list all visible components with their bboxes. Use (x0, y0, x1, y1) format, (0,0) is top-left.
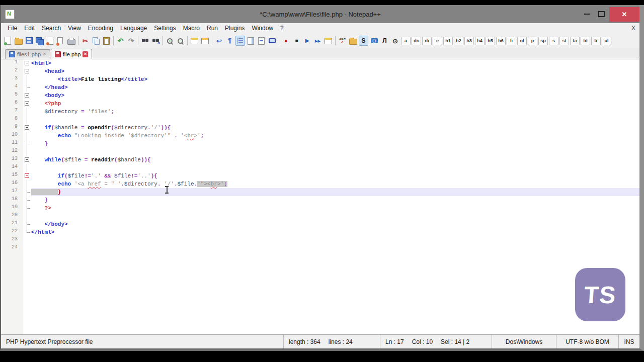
tab-file-php[interactable]: file.php ✕ (51, 49, 92, 59)
fold-collapse-marker[interactable] (23, 59, 31, 67)
code-line-18[interactable]: } (31, 196, 639, 204)
monitoring-icon[interactable] (267, 36, 277, 46)
tag-button-li[interactable]: li (507, 37, 516, 45)
code-line-4[interactable]: </head> (31, 83, 639, 92)
style-token-icon[interactable]: S (359, 36, 368, 46)
code-line-16[interactable]: echo '<a href = " '.$directory. '/'.$fil… (31, 180, 639, 188)
code-line-13[interactable]: while($file = readdir($handle)){ (31, 156, 639, 164)
close-file-icon[interactable] (45, 36, 55, 46)
fold-collapse-marker[interactable] (23, 67, 31, 75)
code-line-11[interactable]: } (31, 140, 639, 148)
word-wrap-icon[interactable]: ↩ (214, 36, 224, 46)
editor-area[interactable]: 123456789101112131415161718192021222324 … (1, 59, 639, 334)
tag-button-td[interactable]: td (581, 37, 590, 45)
fold-collapse-marker[interactable] (23, 92, 31, 100)
tag-button-h2[interactable]: h2 (454, 37, 463, 45)
menu-item-view[interactable]: View (64, 24, 85, 32)
status-encoding[interactable]: UTF-8 w/o BOM (556, 335, 618, 348)
code-line-1[interactable]: <html> (31, 59, 639, 67)
sync-vertical-icon[interactable] (190, 36, 199, 46)
paste-icon[interactable] (102, 36, 111, 46)
save-icon[interactable] (24, 36, 34, 46)
macro-play-icon[interactable]: ▶ (302, 36, 312, 46)
function-list-icon[interactable] (257, 36, 266, 46)
menu-item-window[interactable]: Window (248, 24, 277, 32)
tab-files1-php[interactable]: files1.php ✕ (5, 49, 50, 59)
status-insert-mode[interactable]: INS (618, 335, 639, 348)
tag-button-h4[interactable]: h4 (475, 37, 485, 45)
menu-item-help[interactable]: ? (277, 24, 287, 32)
code-line-23[interactable] (31, 236, 639, 244)
show-all-chars-icon[interactable]: ¶ (225, 36, 234, 46)
code-line-6[interactable]: <?php (31, 100, 639, 108)
menu-item-encoding[interactable]: Encoding (85, 24, 117, 32)
copy-icon[interactable] (91, 36, 101, 46)
menu-item-edit[interactable]: Edit (21, 24, 38, 32)
menu-item-file[interactable]: File (4, 24, 21, 32)
tag-button-ol[interactable]: ol (517, 37, 527, 45)
code-line-19[interactable]: ?> (31, 204, 639, 212)
tag-button-sp[interactable]: sp (538, 37, 548, 45)
cut-icon[interactable]: ✂ (80, 36, 90, 46)
tag-button-tr[interactable]: tr (591, 37, 601, 45)
tab-close-icon[interactable]: ✕ (83, 51, 88, 57)
save-all-icon[interactable] (35, 36, 44, 46)
macro-stop-icon[interactable]: ■ (292, 36, 301, 46)
code-line-21[interactable]: </body> (31, 220, 639, 228)
menu-item-search[interactable]: Search (38, 24, 64, 32)
print-icon[interactable] (66, 36, 76, 46)
tag-button-h5[interactable]: h5 (486, 37, 495, 45)
tag-button-e[interactable]: e (433, 37, 442, 45)
fold-collapse-marker[interactable] (23, 100, 31, 108)
menubar-close-icon[interactable]: X (631, 25, 635, 32)
tag-button-dc[interactable]: dc (412, 37, 421, 45)
macro-save-icon[interactable] (324, 36, 333, 46)
spell-check-icon[interactable]: ABC✓ (338, 36, 347, 46)
tag-button-h1[interactable]: h1 (443, 37, 453, 45)
macro-record-icon[interactable]: ● (281, 36, 291, 46)
code-line-8[interactable] (31, 116, 639, 124)
tag-button-ta[interactable]: ta (570, 37, 580, 45)
tag-button-ul[interactable]: ul (602, 37, 611, 45)
tab-close-icon[interactable]: ✕ (43, 52, 46, 57)
tag-button-st[interactable]: st (559, 37, 569, 45)
tag-button-a[interactable]: a (401, 37, 411, 45)
code-line-3[interactable]: <title>File listing</title> (31, 75, 639, 83)
tag-button-s[interactable]: s (549, 37, 558, 45)
indent-guide-icon[interactable] (235, 36, 245, 46)
plugin-folder-icon[interactable] (348, 36, 358, 46)
menu-item-settings[interactable]: Settings (150, 24, 179, 32)
tag-button-h6[interactable]: h6 (496, 37, 506, 45)
clock-icon[interactable]: ⊙ (390, 36, 400, 46)
status-eol-format[interactable]: Dos\Windows (492, 335, 556, 348)
sync-horizontal-icon[interactable] (200, 36, 210, 46)
code-line-17[interactable]: } (31, 188, 639, 196)
preview-monitor-icon[interactable] (369, 36, 379, 46)
new-file-icon[interactable] (3, 36, 13, 46)
find-icon[interactable] (140, 36, 150, 46)
menu-item-language[interactable]: Language (117, 24, 150, 32)
redo-icon[interactable]: ↷ (126, 36, 136, 46)
undo-icon[interactable]: ↶ (116, 36, 125, 46)
macro-run-multi-icon[interactable]: ▶▶ (313, 36, 323, 46)
menu-item-run[interactable]: Run (203, 24, 221, 32)
replace-icon[interactable]: a (151, 36, 160, 46)
tag-button-di[interactable]: di (422, 37, 432, 45)
close-all-icon[interactable] (56, 36, 65, 46)
tag-button-h3[interactable]: h3 (464, 37, 474, 45)
code-line-7[interactable]: $directory = 'files'; (31, 108, 639, 116)
code-line-9[interactable]: if($handle = opendir($directory.'/')){ (31, 124, 639, 132)
fold-collapse-marker[interactable] (23, 156, 31, 164)
code-line-2[interactable]: <head> (31, 67, 639, 75)
code-line-5[interactable]: <body> (31, 92, 639, 100)
code-line-15[interactable]: if($file!='.' && $file!='..'){ (31, 172, 639, 180)
tag-button-p[interactable]: p (528, 37, 537, 45)
doc-map-icon[interactable] (246, 36, 256, 46)
code-line-10[interactable]: echo "Looking inside '$directory'" . '<b… (31, 132, 639, 140)
zoom-out-icon[interactable]: − (176, 36, 185, 46)
fold-collapse-marker[interactable] (23, 172, 31, 180)
code-line-14[interactable] (31, 164, 639, 172)
code-line-22[interactable]: </html> (31, 228, 639, 236)
menu-item-plugins[interactable]: Plugins (221, 24, 248, 32)
open-file-icon[interactable] (14, 36, 23, 46)
